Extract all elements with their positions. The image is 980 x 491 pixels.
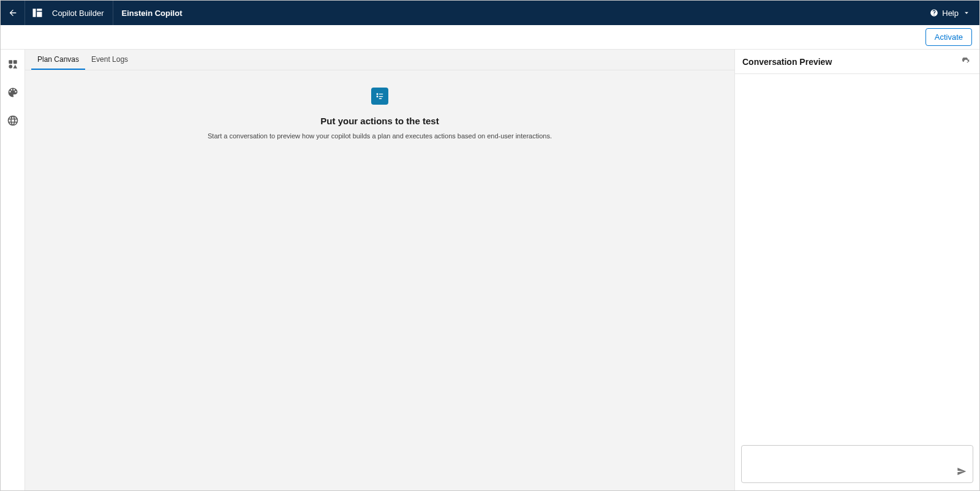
rail-apps-button[interactable] xyxy=(4,56,21,73)
chevron-down-icon xyxy=(962,9,971,17)
canvas-area: Plan Canvas Event Logs Put your actions … xyxy=(25,50,734,490)
list-check-icon xyxy=(375,91,385,101)
app-name: Copilot Builder xyxy=(50,1,113,25)
builder-icon xyxy=(31,7,43,19)
app-root: Copilot Builder Einstein Copilot Help Ac… xyxy=(0,0,980,491)
svg-rect-5 xyxy=(377,96,379,97)
svg-rect-3 xyxy=(377,93,379,95)
tab-event-logs[interactable]: Event Logs xyxy=(85,50,134,70)
globe-icon xyxy=(7,114,19,127)
back-button[interactable] xyxy=(1,1,25,25)
rail-palette-button[interactable] xyxy=(4,84,21,101)
subheader: Activate xyxy=(1,25,979,50)
empty-state-title: Put your actions to the test xyxy=(320,116,439,126)
page-name: Einstein Copilot xyxy=(113,9,183,18)
empty-state-description: Start a conversation to preview how your… xyxy=(208,132,552,140)
canvas-content: Put your actions to the test Start a con… xyxy=(25,70,734,490)
send-icon xyxy=(957,467,967,476)
help-button[interactable]: Help xyxy=(930,9,971,18)
help-label: Help xyxy=(942,9,959,18)
empty-state-icon-wrap xyxy=(371,88,388,105)
topbar: Copilot Builder Einstein Copilot Help xyxy=(1,1,979,25)
conversation-input-box xyxy=(741,445,973,483)
conversation-input[interactable] xyxy=(747,451,956,478)
conversation-header: Conversation Preview xyxy=(735,50,979,74)
topbar-left: Copilot Builder Einstein Copilot xyxy=(1,1,183,25)
body: Plan Canvas Event Logs Put your actions … xyxy=(1,50,979,490)
activate-button[interactable]: Activate xyxy=(925,28,972,46)
svg-rect-1 xyxy=(13,60,17,64)
svg-rect-2 xyxy=(9,65,12,69)
svg-rect-7 xyxy=(379,98,382,99)
topbar-right: Help xyxy=(930,1,979,25)
conversation-input-wrap xyxy=(735,440,979,490)
svg-rect-0 xyxy=(9,60,12,64)
palette-icon xyxy=(7,86,19,99)
refresh-icon xyxy=(962,58,970,66)
conversation-panel: Conversation Preview xyxy=(734,50,979,490)
send-button[interactable] xyxy=(956,465,968,478)
rail-globe-button[interactable] xyxy=(4,112,21,129)
refresh-button[interactable] xyxy=(960,56,972,68)
app-icon-wrap xyxy=(25,1,50,25)
conversation-title: Conversation Preview xyxy=(742,57,832,67)
apps-icon xyxy=(7,58,19,70)
side-rail xyxy=(1,50,25,490)
svg-rect-4 xyxy=(379,94,383,94)
tab-plan-canvas[interactable]: Plan Canvas xyxy=(31,50,85,70)
arrow-left-icon xyxy=(8,8,18,18)
conversation-body xyxy=(735,74,979,440)
svg-rect-6 xyxy=(379,96,383,97)
help-icon xyxy=(930,9,938,17)
tabbar: Plan Canvas Event Logs xyxy=(25,50,734,70)
